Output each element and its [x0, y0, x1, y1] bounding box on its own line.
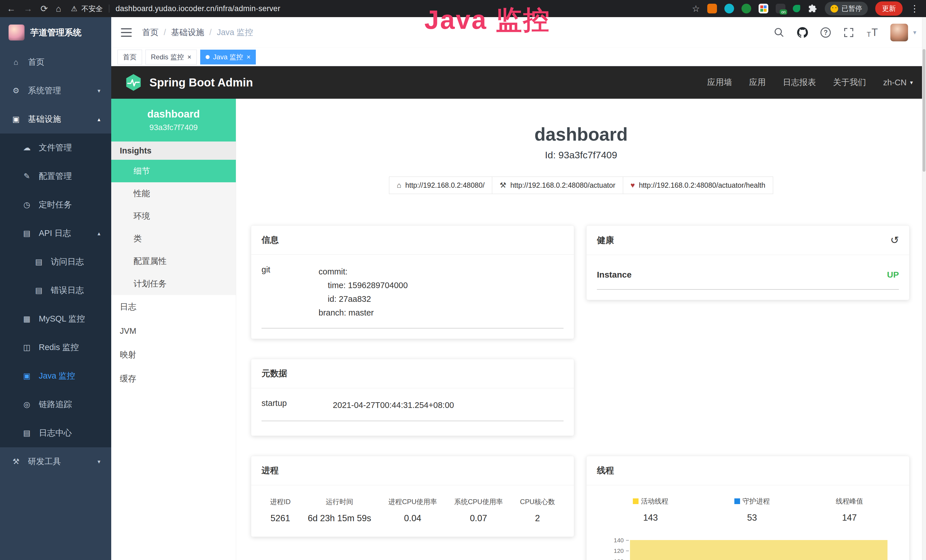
scrollbar-thumb[interactable] [923, 49, 925, 172]
sba-menu-caches[interactable]: 缓存 [111, 367, 236, 391]
user-caret-icon[interactable]: ▾ [913, 29, 916, 36]
startup-key: startup [262, 398, 333, 412]
history-icon[interactable]: ↺ [890, 234, 899, 246]
page-scrollbar[interactable] [922, 17, 926, 560]
sidebar-item-redis-monitor[interactable]: ◫ Redis 监控 [0, 333, 111, 362]
legend-peak-threads: 线程峰值 147 [836, 496, 863, 523]
extensions-puzzle-icon[interactable] [808, 4, 817, 14]
actuator-url-button[interactable]: ⚒ http://192.168.0.2:48080/actuator [492, 177, 623, 194]
navbar-actions: ? TT ▾ [774, 24, 916, 41]
startup-value: 2021-04-27T00:44:31.254+08:00 [333, 398, 454, 412]
logo-image [9, 24, 24, 41]
close-icon[interactable]: × [247, 53, 250, 61]
browser-menu-icon[interactable]: ⋮ [910, 3, 919, 14]
hamburger-icon[interactable] [121, 28, 132, 37]
bookmark-star-icon[interactable]: ☆ [692, 3, 700, 14]
tab-home[interactable]: 首页 [118, 50, 142, 65]
address-bar[interactable]: ⚠ 不安全 dashboard.yudao.iocoder.cn/infra/a… [71, 4, 280, 14]
reload-icon[interactable]: ⟳ [41, 4, 48, 13]
threads-card: 线程 活动线程 143 守护进程 53 [586, 456, 909, 560]
app-logo[interactable]: 芋道管理系统 [0, 17, 111, 48]
sidebar-item-infrastructure[interactable]: ▣ 基础设施 ▴ [0, 105, 111, 133]
health-url: http://192.168.0.2:48080/actuator/health [639, 181, 765, 189]
sba-menu-performance[interactable]: 性能 [111, 182, 236, 205]
extension-icon-teal[interactable] [724, 4, 734, 14]
service-url: http://192.168.0.2:48080/ [405, 181, 484, 189]
sidebar-item-config-management[interactable]: ✎ 配置管理 [0, 162, 111, 191]
update-button[interactable]: 更新 [875, 2, 903, 16]
locale-label: zh-CN [883, 78, 906, 87]
sba-nav-wallboard[interactable]: 应用墙 [707, 77, 732, 88]
forward-icon[interactable]: → [24, 4, 33, 13]
breadcrumb-home[interactable]: 首页 [142, 27, 159, 38]
sidebar-item-label: 配置管理 [39, 171, 72, 182]
legend-daemon-threads: 守护进程 53 [734, 496, 770, 523]
sba-brand[interactable]: Spring Boot Admin [150, 76, 253, 89]
close-icon[interactable]: × [188, 53, 191, 61]
font-size-icon[interactable]: TT [867, 27, 878, 38]
search-icon[interactable] [774, 27, 785, 38]
stat-process-cpu: 进程CPU使用率 0.04 [389, 497, 437, 524]
instance-header[interactable]: dashboard 93a3fc7f7409 [111, 99, 236, 141]
stat-cpu-cores: CPU核心数 2 [520, 497, 555, 524]
tools-icon: ⚒ [11, 457, 21, 466]
tab-label: 首页 [123, 53, 136, 62]
fullscreen-icon[interactable] [843, 27, 854, 38]
breadcrumb-infrastructure[interactable]: 基础设施 [159, 27, 204, 38]
sidebar-item-api-logs[interactable]: ▤ API 日志 ▴ [0, 219, 111, 248]
sba-menu-scheduled-tasks[interactable]: 计划任务 [111, 272, 236, 295]
extension-icon-leaf[interactable] [793, 5, 800, 12]
sba-menu-jvm[interactable]: JVM [111, 319, 236, 343]
monitor-icon: ▣ [11, 115, 21, 124]
java-monitor-icon: ▣ [22, 371, 32, 381]
sba-menu-mappings[interactable]: 映射 [111, 343, 236, 367]
sidebar-item-scheduled-jobs[interactable]: ◷ 定时任务 [0, 191, 111, 219]
url-text[interactable]: dashboard.yudao.iocoder.cn/infra/admin-s… [115, 4, 280, 13]
browser-home-icon[interactable]: ⌂ [56, 4, 61, 13]
health-card-title: 健康 [597, 235, 614, 246]
github-icon[interactable] [797, 27, 808, 38]
sidebar-item-log-center[interactable]: ▤ 日志中心 [0, 419, 111, 447]
security-label[interactable]: 不安全 [81, 4, 103, 14]
grid-glyph [760, 5, 767, 12]
sidebar-item-tracing[interactable]: ◎ 链路追踪 [0, 390, 111, 419]
process-card-title: 进程 [251, 456, 574, 485]
sidebar-item-system-management[interactable]: ⚙ 系统管理 ▾ [0, 76, 111, 105]
sba-menu-environment[interactable]: 环境 [111, 205, 236, 227]
sba-nav-applications[interactable]: 应用 [749, 77, 766, 88]
heart-icon: ♥ [631, 181, 635, 190]
sidebar-item-access-logs[interactable]: ▤ 访问日志 [0, 248, 111, 276]
sidebar-item-dev-tools[interactable]: ⚒ 研发工具 ▾ [0, 447, 111, 476]
extension-icon-orange[interactable] [707, 4, 717, 14]
user-avatar[interactable] [890, 24, 908, 41]
sba-menu-logs[interactable]: 日志 [111, 295, 236, 319]
tab-label: Java 监控 [213, 53, 243, 62]
sba-menu-config-properties[interactable]: 配置属性 [111, 250, 236, 272]
tab-java-monitor[interactable]: Java 监控 × [200, 50, 256, 65]
sidebar-item-file-management[interactable]: ☁ 文件管理 [0, 133, 111, 162]
tab-redis-monitor[interactable]: Redis 监控 × [145, 50, 197, 65]
sba-locale-select[interactable]: zh-CN ▾ [883, 78, 913, 87]
sidebar-item-error-logs[interactable]: ▤ 错误日志 [0, 276, 111, 305]
sidebar-item-mysql-monitor[interactable]: ▦ MySQL 监控 [0, 305, 111, 333]
sba-menu-classes[interactable]: 类 [111, 227, 236, 250]
chart-y-axis: 140 120 100 [597, 533, 629, 560]
back-icon[interactable]: ← [7, 4, 16, 13]
service-url-button[interactable]: ⌂ http://192.168.0.2:48080/ [389, 177, 492, 194]
on-badge: on [780, 9, 787, 15]
warning-icon: ⚠ [71, 5, 77, 13]
help-icon[interactable]: ? [820, 27, 831, 38]
main-column: 首页 基础设施 Java 监控 ? TT ▾ 首页 Redis 监控 × [111, 17, 926, 560]
sidebar-item-java-monitor[interactable]: ▣ Java 监控 [0, 362, 111, 390]
extension-icon-grid[interactable] [759, 4, 768, 14]
extension-icon-switch[interactable]: on [776, 4, 785, 14]
extension-icon-green[interactable] [741, 4, 751, 14]
health-url-button[interactable]: ♥ http://192.168.0.2:48080/actuator/heal… [623, 177, 773, 194]
paused-badge[interactable]: 已暂停 [825, 2, 868, 15]
sidebar-item-home[interactable]: ⌂ 首页 [0, 48, 111, 76]
cards-grid: 信息 git commit: time: 1596289704000 id: 2… [236, 194, 926, 560]
sba-nav-about[interactable]: 关于我们 [833, 77, 866, 88]
blue-swatch [734, 498, 740, 504]
sba-menu-details[interactable]: 细节 [111, 160, 236, 182]
sba-nav-journal[interactable]: 日志报表 [783, 77, 816, 88]
